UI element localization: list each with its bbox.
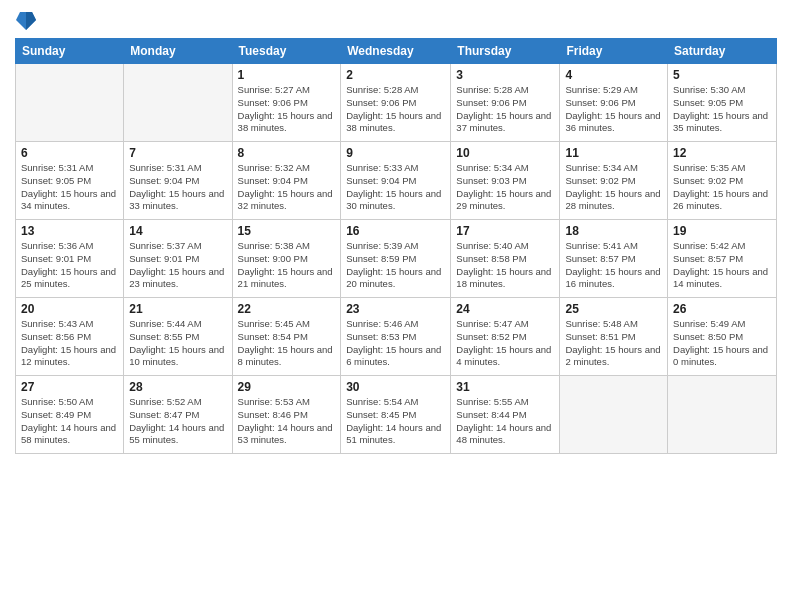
calendar-cell: 31Sunrise: 5:55 AM Sunset: 8:44 PM Dayli…	[451, 376, 560, 454]
day-info: Sunrise: 5:48 AM Sunset: 8:51 PM Dayligh…	[565, 318, 662, 369]
calendar-header-monday: Monday	[124, 39, 232, 64]
calendar-cell: 20Sunrise: 5:43 AM Sunset: 8:56 PM Dayli…	[16, 298, 124, 376]
day-info: Sunrise: 5:53 AM Sunset: 8:46 PM Dayligh…	[238, 396, 336, 447]
day-info: Sunrise: 5:34 AM Sunset: 9:02 PM Dayligh…	[565, 162, 662, 213]
day-info: Sunrise: 5:33 AM Sunset: 9:04 PM Dayligh…	[346, 162, 445, 213]
day-info: Sunrise: 5:47 AM Sunset: 8:52 PM Dayligh…	[456, 318, 554, 369]
day-number: 26	[673, 302, 771, 316]
calendar-cell	[668, 376, 777, 454]
calendar-cell: 6Sunrise: 5:31 AM Sunset: 9:05 PM Daylig…	[16, 142, 124, 220]
day-number: 29	[238, 380, 336, 394]
calendar-cell: 16Sunrise: 5:39 AM Sunset: 8:59 PM Dayli…	[341, 220, 451, 298]
day-info: Sunrise: 5:34 AM Sunset: 9:03 PM Dayligh…	[456, 162, 554, 213]
day-number: 6	[21, 146, 118, 160]
day-number: 28	[129, 380, 226, 394]
day-info: Sunrise: 5:54 AM Sunset: 8:45 PM Dayligh…	[346, 396, 445, 447]
day-number: 21	[129, 302, 226, 316]
calendar-cell: 13Sunrise: 5:36 AM Sunset: 9:01 PM Dayli…	[16, 220, 124, 298]
day-info: Sunrise: 5:27 AM Sunset: 9:06 PM Dayligh…	[238, 84, 336, 135]
day-number: 12	[673, 146, 771, 160]
day-info: Sunrise: 5:31 AM Sunset: 9:04 PM Dayligh…	[129, 162, 226, 213]
day-number: 5	[673, 68, 771, 82]
header	[15, 10, 777, 30]
day-number: 11	[565, 146, 662, 160]
day-info: Sunrise: 5:45 AM Sunset: 8:54 PM Dayligh…	[238, 318, 336, 369]
day-info: Sunrise: 5:50 AM Sunset: 8:49 PM Dayligh…	[21, 396, 118, 447]
calendar-header-saturday: Saturday	[668, 39, 777, 64]
calendar-cell: 29Sunrise: 5:53 AM Sunset: 8:46 PM Dayli…	[232, 376, 341, 454]
day-info: Sunrise: 5:30 AM Sunset: 9:05 PM Dayligh…	[673, 84, 771, 135]
day-info: Sunrise: 5:39 AM Sunset: 8:59 PM Dayligh…	[346, 240, 445, 291]
day-number: 20	[21, 302, 118, 316]
day-number: 18	[565, 224, 662, 238]
day-number: 7	[129, 146, 226, 160]
calendar-cell: 1Sunrise: 5:27 AM Sunset: 9:06 PM Daylig…	[232, 64, 341, 142]
calendar-cell: 25Sunrise: 5:48 AM Sunset: 8:51 PM Dayli…	[560, 298, 668, 376]
calendar-header-sunday: Sunday	[16, 39, 124, 64]
day-number: 23	[346, 302, 445, 316]
day-number: 4	[565, 68, 662, 82]
day-info: Sunrise: 5:46 AM Sunset: 8:53 PM Dayligh…	[346, 318, 445, 369]
day-info: Sunrise: 5:36 AM Sunset: 9:01 PM Dayligh…	[21, 240, 118, 291]
calendar-header-friday: Friday	[560, 39, 668, 64]
calendar-cell: 14Sunrise: 5:37 AM Sunset: 9:01 PM Dayli…	[124, 220, 232, 298]
day-info: Sunrise: 5:40 AM Sunset: 8:58 PM Dayligh…	[456, 240, 554, 291]
day-number: 14	[129, 224, 226, 238]
day-info: Sunrise: 5:52 AM Sunset: 8:47 PM Dayligh…	[129, 396, 226, 447]
svg-marker-1	[26, 12, 36, 30]
calendar-cell: 10Sunrise: 5:34 AM Sunset: 9:03 PM Dayli…	[451, 142, 560, 220]
calendar-header-tuesday: Tuesday	[232, 39, 341, 64]
day-info: Sunrise: 5:42 AM Sunset: 8:57 PM Dayligh…	[673, 240, 771, 291]
calendar-week-3: 13Sunrise: 5:36 AM Sunset: 9:01 PM Dayli…	[16, 220, 777, 298]
calendar-cell: 7Sunrise: 5:31 AM Sunset: 9:04 PM Daylig…	[124, 142, 232, 220]
day-info: Sunrise: 5:55 AM Sunset: 8:44 PM Dayligh…	[456, 396, 554, 447]
calendar-cell: 27Sunrise: 5:50 AM Sunset: 8:49 PM Dayli…	[16, 376, 124, 454]
calendar-cell: 8Sunrise: 5:32 AM Sunset: 9:04 PM Daylig…	[232, 142, 341, 220]
calendar-cell: 28Sunrise: 5:52 AM Sunset: 8:47 PM Dayli…	[124, 376, 232, 454]
calendar-cell: 3Sunrise: 5:28 AM Sunset: 9:06 PM Daylig…	[451, 64, 560, 142]
calendar-cell: 26Sunrise: 5:49 AM Sunset: 8:50 PM Dayli…	[668, 298, 777, 376]
page: SundayMondayTuesdayWednesdayThursdayFrid…	[0, 0, 792, 612]
day-info: Sunrise: 5:28 AM Sunset: 9:06 PM Dayligh…	[456, 84, 554, 135]
calendar-cell: 5Sunrise: 5:30 AM Sunset: 9:05 PM Daylig…	[668, 64, 777, 142]
calendar-week-4: 20Sunrise: 5:43 AM Sunset: 8:56 PM Dayli…	[16, 298, 777, 376]
calendar-cell: 9Sunrise: 5:33 AM Sunset: 9:04 PM Daylig…	[341, 142, 451, 220]
calendar-cell: 4Sunrise: 5:29 AM Sunset: 9:06 PM Daylig…	[560, 64, 668, 142]
calendar-cell: 22Sunrise: 5:45 AM Sunset: 8:54 PM Dayli…	[232, 298, 341, 376]
calendar-cell: 21Sunrise: 5:44 AM Sunset: 8:55 PM Dayli…	[124, 298, 232, 376]
day-number: 3	[456, 68, 554, 82]
calendar-cell: 18Sunrise: 5:41 AM Sunset: 8:57 PM Dayli…	[560, 220, 668, 298]
logo-icon	[16, 8, 36, 32]
day-info: Sunrise: 5:32 AM Sunset: 9:04 PM Dayligh…	[238, 162, 336, 213]
calendar-cell: 12Sunrise: 5:35 AM Sunset: 9:02 PM Dayli…	[668, 142, 777, 220]
day-info: Sunrise: 5:38 AM Sunset: 9:00 PM Dayligh…	[238, 240, 336, 291]
calendar-cell: 19Sunrise: 5:42 AM Sunset: 8:57 PM Dayli…	[668, 220, 777, 298]
day-number: 31	[456, 380, 554, 394]
day-number: 2	[346, 68, 445, 82]
day-number: 1	[238, 68, 336, 82]
day-info: Sunrise: 5:35 AM Sunset: 9:02 PM Dayligh…	[673, 162, 771, 213]
calendar-cell: 2Sunrise: 5:28 AM Sunset: 9:06 PM Daylig…	[341, 64, 451, 142]
calendar-header-wednesday: Wednesday	[341, 39, 451, 64]
day-number: 8	[238, 146, 336, 160]
calendar-header-row: SundayMondayTuesdayWednesdayThursdayFrid…	[16, 39, 777, 64]
calendar-week-5: 27Sunrise: 5:50 AM Sunset: 8:49 PM Dayli…	[16, 376, 777, 454]
day-number: 17	[456, 224, 554, 238]
calendar-cell	[16, 64, 124, 142]
calendar-week-2: 6Sunrise: 5:31 AM Sunset: 9:05 PM Daylig…	[16, 142, 777, 220]
day-info: Sunrise: 5:29 AM Sunset: 9:06 PM Dayligh…	[565, 84, 662, 135]
calendar-cell: 30Sunrise: 5:54 AM Sunset: 8:45 PM Dayli…	[341, 376, 451, 454]
day-number: 15	[238, 224, 336, 238]
calendar-cell: 23Sunrise: 5:46 AM Sunset: 8:53 PM Dayli…	[341, 298, 451, 376]
day-info: Sunrise: 5:37 AM Sunset: 9:01 PM Dayligh…	[129, 240, 226, 291]
day-number: 10	[456, 146, 554, 160]
day-info: Sunrise: 5:41 AM Sunset: 8:57 PM Dayligh…	[565, 240, 662, 291]
calendar-week-1: 1Sunrise: 5:27 AM Sunset: 9:06 PM Daylig…	[16, 64, 777, 142]
day-number: 30	[346, 380, 445, 394]
day-number: 27	[21, 380, 118, 394]
calendar-header-thursday: Thursday	[451, 39, 560, 64]
calendar-cell	[560, 376, 668, 454]
calendar-cell: 17Sunrise: 5:40 AM Sunset: 8:58 PM Dayli…	[451, 220, 560, 298]
calendar: SundayMondayTuesdayWednesdayThursdayFrid…	[15, 38, 777, 454]
day-number: 19	[673, 224, 771, 238]
